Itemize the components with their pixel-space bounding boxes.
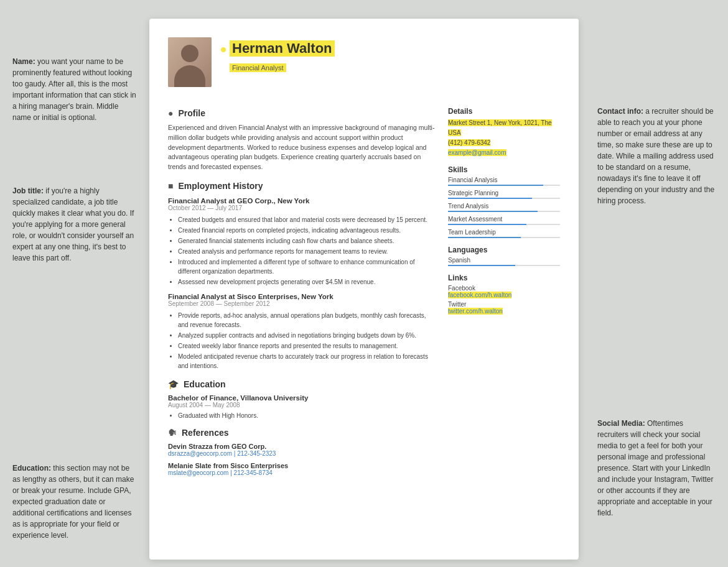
page-wrapper: Name: you want your name to be prominent… [0,0,728,567]
job-2-title: Financial Analyst at Sisco Enterprises, … [168,293,436,300]
contact-annotation-text: a recruiter should be able to reach you … [597,107,714,205]
edu-school: Bachelor of Finance, Villanova Universit… [168,394,436,402]
skill-1-name: Financial Analysis [448,177,560,183]
details-section-title: Details [448,107,560,116]
name-dot [221,47,226,52]
skill-5: Team Leadership [448,229,560,238]
job-2-bullet-1: Provide reports, ad-hoc analysis, annual… [178,311,436,330]
job-1-bullet-2: Created financial reports on completed p… [178,226,436,235]
skill-3-fill [448,211,538,212]
job-1-bullet-4: Created analysis and performance reports… [178,247,436,256]
skills-list: Financial Analysis Strategic Planning Tr… [448,177,560,238]
education-section-header: 🎓 Education [168,379,436,389]
education-icon: 🎓 [168,379,179,389]
details-address: Market Street 1, New York, 1021, The USA [448,119,552,136]
resume-card: Herman Walton Financial Analyst ● Profil… [149,19,579,560]
left-annotations: Name: you want your name to be prominent… [12,19,143,560]
lang-1: Spanish [448,257,560,266]
skill-1-bar [448,185,560,186]
job-2-date: September 2008 — September 2012 [168,300,436,307]
ref-1-contact: dsrazza@geocorp.com | 212-345-2323 [168,450,436,457]
edu-bullets: Graduated with High Honors. [168,412,436,419]
profile-section-label: Profile [178,108,205,118]
job-1-title: Financial Analyst at GEO Corp., New York [168,197,436,205]
link-2: Twitter twitter.com/h.walton [448,301,560,315]
job-2-bullet-3: Created weekly labor finance reports and… [178,341,436,351]
profile-icon: ● [168,108,173,118]
link-1: Facebook facebook.com/h.walton [448,285,560,298]
skill-2-name: Strategic Planning [448,190,560,196]
ref-2-contact: mslate@geocorp.com | 212-345-8734 [168,469,436,476]
languages-section-title: Languages [448,246,560,254]
resume-right-col: Details Market Street 1, New York, 1021,… [448,99,560,481]
job-1-bullet-3: Generated financial statements including… [178,236,436,246]
link-1-label: Facebook [448,285,560,292]
resume-left-col: ● Profile Experienced and driven Financi… [168,99,436,481]
name-annotation-label: Name: [12,57,35,66]
skill-4-fill [448,224,526,225]
right-annotations: Contact info: a recruiter should be able… [585,19,716,560]
job-2-bullet-4: Modeled anticipated revenue charts to ac… [178,352,436,371]
lang-1-name: Spanish [448,257,470,264]
references-section-label: References [182,428,229,438]
jobtitle-annotation-text: if you're a highly specialized candidate… [12,187,134,262]
resume-jobtitle: Financial Analyst [230,63,286,72]
details-email-wrapper: example@gmail.com [448,148,560,158]
skill-2-bar [448,198,560,199]
skill-3-bar [448,211,560,212]
skill-1-fill [448,185,543,186]
photo-inner [168,37,212,87]
profile-text: Experienced and driven Financial Analyst… [168,123,436,172]
job-2-bullet-2: Analyzed supplier contracts and advised … [178,331,436,340]
contact-annotation-label: Contact info: [597,107,643,116]
education-section-label: Education [184,379,226,389]
lang-1-fill [448,265,515,266]
details-phone: (412) 479-6342 [448,139,490,146]
edu-bullet-1: Graduated with High Honors. [178,412,436,419]
link-2-label: Twitter [448,301,560,308]
details-phone-wrapper: (412) 479-6342 [448,138,560,148]
resume-photo [168,37,212,87]
skill-3: Trend Analysis [448,203,560,212]
education-annotation-label: Education: [12,464,51,472]
skill-2-fill [448,198,532,199]
skill-5-fill [448,237,521,238]
details-address-wrapper: Market Street 1, New York, 1021, The USA [448,118,560,138]
resume-header: Herman Walton Financial Analyst [168,37,560,87]
job-1-date: October 2012 — July 2017 [168,205,436,211]
job-1-bullet-1: Created budgets and ensured that labor a… [178,215,436,224]
profile-section-header: ● Profile [168,108,436,118]
lang-1-bar [448,265,560,266]
job-1-bullet-5: Introduced and implemented a different t… [178,257,436,276]
links-section-title: Links [448,274,560,282]
name-annotation: Name: you want your name to be prominent… [12,56,137,123]
contact-annotation: Contact info: a recruiter should be able… [597,106,716,206]
social-annotation-label: Social Media: [597,419,645,428]
education-annotation-text: this section may not be as lengthy as ot… [12,464,134,540]
skill-4-name: Market Assessment [448,216,560,223]
job-2-bullets: Provide reports, ad-hoc analysis, annual… [168,311,436,371]
skill-3-name: Trend Analysis [448,203,560,210]
jobtitle-annotation-label: Job title: [12,187,44,195]
skill-5-bar [448,237,560,238]
edu-date: August 2004 — May 2008 [168,402,436,408]
skill-5-name: Team Leadership [448,229,560,236]
skills-section-title: Skills [448,165,560,174]
skill-4-bar [448,224,560,225]
social-annotation-text: Oftentimes recruiters will check your so… [597,419,714,517]
employment-section-header: ■ Employment History [168,181,436,191]
social-annotation: Social Media: Oftentimes recruiters will… [597,418,716,519]
references-icon: 🗣 [168,428,177,438]
resume-body: ● Profile Experienced and driven Financi… [168,99,560,481]
skill-2: Strategic Planning [448,190,560,199]
details-email: example@gmail.com [448,149,506,156]
education-annotation: Education: this section may not be as le… [12,463,137,541]
references-section-header: 🗣 References [168,428,436,438]
jobtitle-wrapper: Financial Analyst [230,62,335,73]
ref-1-name: Devin Strazza from GEO Corp. [168,443,436,450]
skill-1: Financial Analysis [448,177,560,186]
name-wrapper: Herman Walton [221,40,335,59]
employment-section-label: Employment History [178,181,263,191]
link-1-url: facebook.com/h.walton [448,292,511,298]
resume-header-info: Herman Walton Financial Analyst [221,37,335,73]
